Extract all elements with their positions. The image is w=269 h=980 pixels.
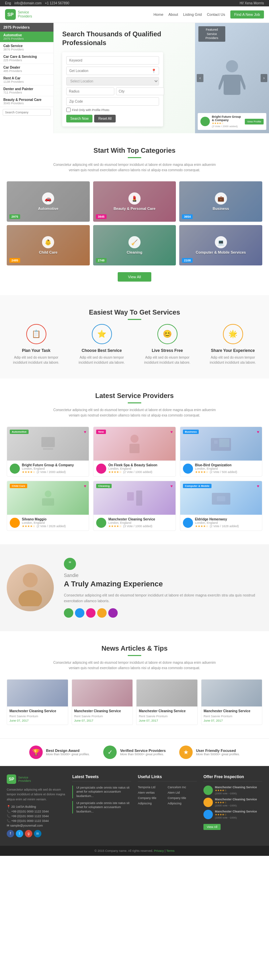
provider-fav-3[interactable]: ♥ [257, 430, 259, 434]
nav-home[interactable]: Home [153, 13, 163, 16]
social-facebook[interactable]: f [7, 830, 14, 837]
search-now-button[interactable]: Search Now [66, 115, 92, 123]
hero-provider-name: Bright Future Group & Company [212, 115, 243, 122]
provider-fav-4[interactable]: ♥ [84, 484, 86, 488]
footer-phone-2: 📞 +99 (0)101 0000 1122 3344 [7, 815, 65, 818]
news-card-4[interactable]: Manchester Cleaning Service Rent Saevie … [201, 679, 263, 725]
testimonial-inner: " Sandie A Truly Amazing Experience Cons… [7, 558, 262, 618]
footer-link-5[interactable]: Company title [138, 796, 167, 800]
sidebar-item-beauty[interactable]: Beauty & Personal Care 3045 Providers [0, 96, 54, 107]
provider-card-1[interactable]: Automotive ♥ Bright Future Group & Compa… [7, 426, 89, 477]
view-profile-button[interactable]: View Profile [245, 119, 264, 124]
main-nav: Home About Listing Grid Contact Us Find … [153, 10, 264, 19]
provider-card-5[interactable]: Cleaning ♥ Manchester Cleaning Service L… [93, 481, 175, 531]
footer-link-8[interactable]: Adipiscing [168, 802, 197, 805]
footer-link-3[interactable]: Atem veritas [138, 791, 167, 794]
footer-tweet-2: Ut perspiciatis unde omnis iste natus si… [72, 801, 131, 814]
steps-grid: 📋 Plan Your Task Adip elit sed do eiusm … [7, 324, 262, 365]
cat-computer[interactable]: 💻 Computer & Mobile Services 2108 [179, 225, 262, 266]
step-live-title: Live Stress Free [138, 348, 197, 353]
cat-automotive[interactable]: 🚗 Automotive 2975 [7, 181, 90, 222]
footer-link-1[interactable]: Temporia Ltd [138, 786, 167, 789]
footer-offer-title: Offer Free Inspection [204, 775, 262, 781]
cat-childcare[interactable]: 👶 Child Care 2485 [7, 225, 90, 266]
testimonial-section: " Sandie A Truly Amazing Experience Cons… [0, 544, 269, 631]
footer-phone-3: 📞 +99 (0)101 0000 1122 3344 [7, 819, 65, 822]
step-live-desc: Adip elit sed do eiusm tempor incididunt… [138, 355, 197, 365]
footer-provider-1: Manchester Cleaning Service ★★★★☆ (1000 … [204, 786, 262, 795]
sidebar-item-cardealer[interactable]: Car Dealer 485 Providers [0, 64, 54, 75]
radius-input[interactable] [66, 88, 114, 95]
provider-card-4[interactable]: Child Care ♥ Silvano Maggio London, Engl… [7, 481, 89, 531]
logo[interactable]: SP Service Providers [5, 9, 32, 20]
nav-find-job[interactable]: Find A New Job [230, 10, 264, 19]
nav-listing[interactable]: Listing Grid [183, 13, 202, 16]
provider-card-2[interactable]: New ♥ On Fleek Spa & Beauty Saloon Londo… [93, 426, 175, 477]
cat-cleaning[interactable]: 🧹 Cleaning 2748 [93, 225, 176, 266]
svg-rect-4 [41, 437, 55, 447]
provider-img-2: New ♥ [94, 427, 175, 461]
cat-business-name: Business [213, 207, 229, 211]
news-card-1[interactable]: Manchester Cleaning Service Rent Saevie … [7, 679, 68, 725]
fp-avatar-3 [204, 810, 213, 819]
footer-link-4[interactable]: Atem Ltd [168, 791, 197, 794]
provider-avatar-2 [96, 464, 106, 474]
phone-number: +1 1234 567890 [45, 2, 70, 5]
keyword-input[interactable] [66, 56, 159, 65]
footer-tweets-title: Latest Tweets [72, 775, 131, 781]
provider-card-6[interactable]: Computer & Mobile ♥ Eldridge Hemenwoy Lo… [180, 481, 262, 531]
sidebar-item-rentacar[interactable]: Rent A Car 1138 Providers [0, 75, 54, 86]
cat-beauty[interactable]: 💄 Beauty & Personal Care 3845 [93, 181, 176, 222]
testimonial-avatar-3[interactable] [86, 608, 96, 618]
provider-fav-2[interactable]: ♥ [170, 430, 173, 434]
lang-selector[interactable]: Eng [5, 2, 11, 5]
award-friendly: ★ User Friendly Focused More than 50000+… [179, 746, 240, 759]
footer-view-all-button[interactable]: View All [204, 824, 221, 830]
steps-section: Easiest Way To Get Services 📋 Plan Your … [0, 295, 269, 379]
location-select[interactable]: Select Location [66, 77, 159, 86]
user-greeting[interactable]: Hi! Xena Morrris [240, 2, 264, 5]
testimonial-avatar-2[interactable] [75, 608, 84, 618]
footer-link-6[interactable]: Company title [168, 796, 197, 800]
zip-input[interactable] [66, 97, 159, 106]
social-google[interactable]: g [25, 830, 32, 837]
cat-business[interactable]: 💼 Business 3654 [179, 181, 262, 222]
sidebar-search-input[interactable] [3, 109, 51, 116]
hero-provider-avatar [201, 117, 210, 126]
step-plan-title: Plan Your Task [7, 348, 65, 353]
sidebar-search-container [0, 107, 54, 118]
testimonial-avatar-5[interactable] [108, 608, 118, 618]
social-linkedin[interactable]: in [34, 830, 41, 837]
provider-card-3[interactable]: Business ♥ Blue-Bird Organization London… [180, 426, 262, 477]
reset-button[interactable]: Reset All [94, 115, 115, 123]
footer-terms-link[interactable]: Terms [166, 849, 175, 853]
provider-fav-5[interactable]: ♥ [170, 484, 173, 488]
footer-link-7[interactable]: Adipiscing [138, 802, 167, 805]
testimonial-avatar-1[interactable] [64, 608, 73, 618]
nav-contact[interactable]: Contact Us [207, 13, 225, 16]
footer-privacy-link[interactable]: Privacy [154, 849, 164, 853]
hero-next-arrow[interactable]: › [261, 74, 267, 82]
sidebar-item-automotive[interactable]: Automotive 2975 Providers [0, 32, 54, 42]
cat-cleaning-name: Cleaning [127, 250, 142, 255]
provider-fav-6[interactable]: ♥ [257, 484, 259, 488]
nav-about[interactable]: About [169, 13, 178, 16]
svg-rect-12 [42, 498, 54, 506]
cat-computer-badge: 2108 [182, 258, 193, 263]
sidebar-item-carcare[interactable]: Car Care & Servicing 225 Providers [0, 53, 54, 64]
provider-rating-6: ★★★★☆ (2 Vote / 1628 added) [195, 525, 259, 528]
sidebar-item-denter[interactable]: Denter and Painter 711 Providers [0, 86, 54, 96]
city-input[interactable] [116, 88, 164, 95]
provider-fav-1[interactable]: ♥ [84, 430, 86, 434]
photo-checkbox[interactable] [66, 108, 71, 112]
hero-prev-arrow[interactable]: ‹ [197, 74, 204, 82]
sidebar-item-cab[interactable]: Cab Service 3876 Providers [0, 42, 54, 53]
news-card-3[interactable]: Manchester Cleaning Service Rent Saevie … [136, 679, 198, 725]
news-card-2[interactable]: Manchester Cleaning Service Rent Saevie … [72, 679, 133, 725]
footer-link-2[interactable]: Cancelom Inc [168, 786, 197, 789]
svg-point-11 [45, 490, 51, 497]
view-all-categories-button[interactable]: View All [118, 272, 151, 282]
social-twitter[interactable]: t [16, 830, 23, 837]
testimonial-avatar-4[interactable] [97, 608, 107, 618]
location-input[interactable] [66, 67, 159, 75]
